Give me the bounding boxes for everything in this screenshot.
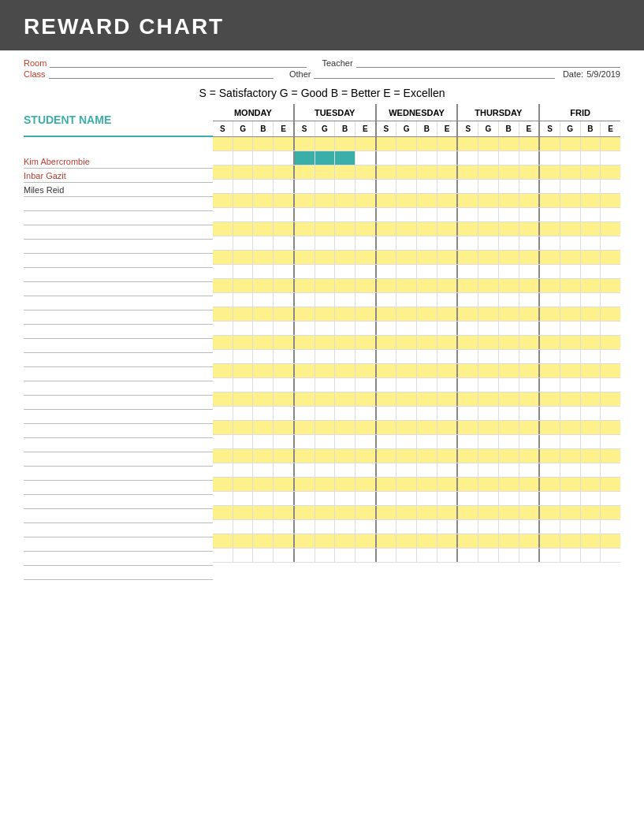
cell-14-4-1 xyxy=(560,336,581,349)
day-cells-11-2 xyxy=(377,293,459,307)
grid-row-2 xyxy=(213,165,620,180)
cell-29-4-3 xyxy=(601,549,620,562)
day-cells-29-1 xyxy=(295,549,377,562)
day-cells-16-1 xyxy=(295,364,377,377)
cell-22-1-3 xyxy=(356,449,375,463)
cell-3-4-3 xyxy=(601,180,620,193)
cell-29-0-3 xyxy=(274,549,293,562)
cell-23-0-2 xyxy=(253,463,274,477)
cell-26-4-0 xyxy=(540,506,560,519)
cell-4-4-0 xyxy=(540,194,560,207)
cell-10-4-3 xyxy=(601,279,620,292)
teacher-label: Teacher xyxy=(322,58,353,68)
cell-24-3-3 xyxy=(519,478,539,491)
cell-3-1-3 xyxy=(356,180,375,193)
cell-25-1-2 xyxy=(335,492,356,505)
day-cells-24-0 xyxy=(213,478,295,491)
cell-6-4-1 xyxy=(560,222,581,236)
cell-25-3-1 xyxy=(478,492,499,505)
day-cells-22-4 xyxy=(540,449,620,463)
day-cells-7-3 xyxy=(458,236,540,250)
cell-17-3-3 xyxy=(519,378,539,392)
cell-13-1-0 xyxy=(295,322,315,335)
day-cells-18-3 xyxy=(458,392,540,406)
cell-16-0-1 xyxy=(233,364,254,377)
cell-15-3-1 xyxy=(478,350,499,363)
grid-row-23 xyxy=(213,463,620,478)
cell-27-1-0 xyxy=(295,520,315,534)
sub-cell-4-2: B xyxy=(581,121,601,136)
cell-9-1-3 xyxy=(356,265,375,278)
cell-2-3-0 xyxy=(458,165,478,179)
cell-25-1-1 xyxy=(315,492,336,505)
cell-27-1-2 xyxy=(335,520,356,534)
sub-cell-3-0: S xyxy=(458,121,478,136)
cell-27-2-3 xyxy=(437,520,457,534)
day-cells-10-1 xyxy=(295,279,377,292)
student-row-19 xyxy=(24,424,213,438)
grid-row-29 xyxy=(213,549,620,563)
student-name-1: Inbar Gazit xyxy=(24,171,66,180)
cell-8-3-0 xyxy=(458,251,478,264)
cell-15-0-2 xyxy=(253,350,274,363)
cell-2-0-0 xyxy=(213,165,233,179)
cell-18-3-0 xyxy=(458,392,478,406)
cell-18-0-1 xyxy=(233,392,254,406)
cell-7-3-0 xyxy=(458,236,478,250)
day-cells-0-4 xyxy=(540,137,620,151)
cell-6-3-2 xyxy=(499,222,519,236)
cell-28-2-0 xyxy=(377,534,397,548)
cell-22-1-0 xyxy=(295,449,315,463)
cell-18-2-0 xyxy=(377,392,397,406)
cell-11-3-1 xyxy=(478,293,499,307)
cell-0-1-0 xyxy=(295,137,315,151)
cell-22-3-2 xyxy=(499,449,519,463)
day-cells-11-1 xyxy=(295,293,377,307)
cell-4-1-0 xyxy=(295,194,315,207)
cell-5-4-3 xyxy=(601,208,620,221)
cell-25-2-2 xyxy=(417,492,437,505)
day-cells-0-1 xyxy=(295,137,377,151)
cell-25-1-3 xyxy=(356,492,375,505)
cell-2-0-1 xyxy=(233,165,254,179)
cell-4-3-0 xyxy=(458,194,478,207)
day-cells-5-2 xyxy=(377,208,459,221)
day-cells-0-0 xyxy=(213,137,295,151)
cell-4-1-3 xyxy=(356,194,375,207)
sub-header-spacer xyxy=(24,137,213,154)
day-cells-28-1 xyxy=(295,534,377,548)
cell-0-4-0 xyxy=(540,137,560,151)
cell-16-0-0 xyxy=(213,364,233,377)
day-cells-21-2 xyxy=(377,435,459,448)
cell-24-1-2 xyxy=(335,478,356,491)
day-header-wednesday: WEDNESDAY xyxy=(377,104,459,121)
day-cells-8-3 xyxy=(458,251,540,264)
cell-10-3-0 xyxy=(458,279,478,292)
day-cells-27-0 xyxy=(213,520,295,534)
cell-26-3-2 xyxy=(499,506,519,519)
cell-14-0-3 xyxy=(274,336,293,349)
cell-6-2-3 xyxy=(437,222,457,236)
sub-cell-4-1: G xyxy=(560,121,581,136)
cell-5-3-2 xyxy=(499,208,519,221)
day-cells-11-0 xyxy=(213,293,295,307)
day-cells-8-1 xyxy=(295,251,377,264)
cell-23-1-0 xyxy=(295,463,315,477)
cell-20-3-2 xyxy=(499,421,519,434)
day-cells-2-0 xyxy=(213,165,295,179)
room-field: Room xyxy=(24,58,322,68)
day-cells-23-1 xyxy=(295,463,377,477)
class-label: Class xyxy=(24,69,46,79)
cell-22-4-0 xyxy=(540,449,560,463)
cell-25-1-0 xyxy=(295,492,315,505)
cell-19-0-3 xyxy=(274,407,293,420)
cell-8-4-2 xyxy=(581,251,601,264)
day-cells-18-4 xyxy=(540,392,620,406)
sub-cell-4-3: E xyxy=(601,121,620,136)
day-sub-3: SGBE xyxy=(458,121,540,136)
cell-26-1-0 xyxy=(295,506,315,519)
cell-2-1-3 xyxy=(356,165,375,179)
cell-24-2-2 xyxy=(417,478,437,491)
cell-15-0-1 xyxy=(233,350,254,363)
cell-27-2-0 xyxy=(377,520,397,534)
